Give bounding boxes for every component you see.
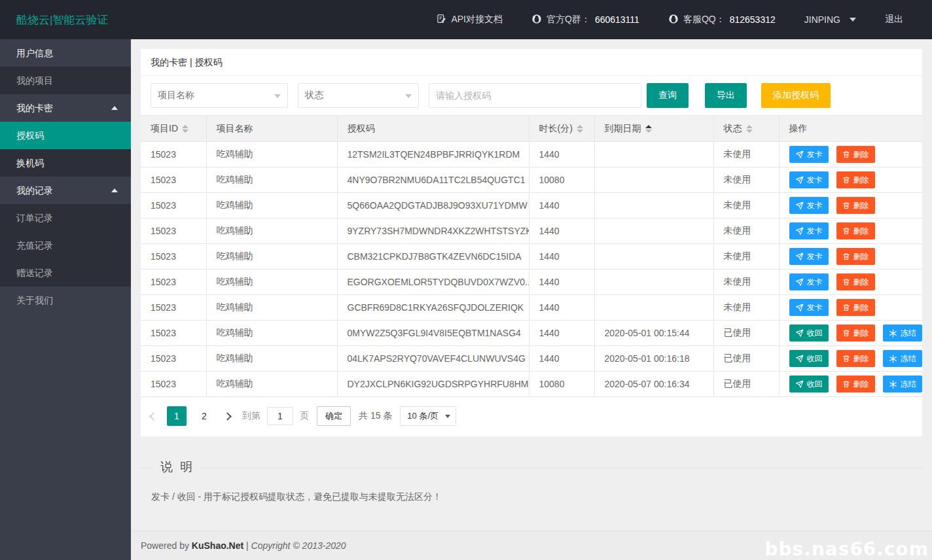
freeze-button[interactable]: 冻结 xyxy=(883,324,922,341)
qq-icon xyxy=(668,14,679,26)
search-button[interactable]: 查询 xyxy=(647,83,689,108)
snowflake-icon xyxy=(889,329,897,338)
delete-button[interactable]: 删除 xyxy=(836,146,875,163)
page-number-1[interactable]: 1 xyxy=(167,406,187,426)
cell-duration: 10080 xyxy=(529,167,594,193)
action-label: 冻结 xyxy=(901,353,916,364)
delete-button[interactable]: 删除 xyxy=(836,222,875,239)
sidebar-item-machine-codes[interactable]: 换机码 xyxy=(0,149,131,177)
export-button[interactable]: 导出 xyxy=(705,83,747,108)
action-label: 收回 xyxy=(807,328,823,339)
cell-project-name: 吃鸡辅助 xyxy=(206,219,337,244)
sidebar: 用户信息我的项目我的卡密授权码换机码我的记录订单记录充值记录赠送记录关于我们 xyxy=(0,39,131,560)
sidebar-item-user-info[interactable]: 用户信息 xyxy=(0,39,131,67)
project-name-select-value: 项目名称 xyxy=(158,90,194,101)
trash-icon xyxy=(842,329,850,337)
sort-icon[interactable] xyxy=(746,125,753,133)
cell-project-name: 吃鸡辅助 xyxy=(206,193,337,219)
cell-auth-code: GCBFR69D8C1RKYA26SFQJDOLZERIQK xyxy=(337,295,529,321)
cell-duration: 1440 xyxy=(529,193,594,219)
send-card-button[interactable]: 发卡 xyxy=(789,146,829,163)
send-card-button[interactable]: 发卡 xyxy=(789,299,829,316)
row-actions: 发卡删除 xyxy=(779,219,922,244)
qq-group-link[interactable]: 官方Q群：660613111 xyxy=(517,0,654,39)
send-card-button[interactable]: 发卡 xyxy=(789,171,829,188)
goto-confirm-button[interactable]: 确定 xyxy=(317,406,351,426)
delete-button[interactable]: 删除 xyxy=(836,197,875,214)
cell-project-id: 15023 xyxy=(141,372,206,397)
freeze-button[interactable]: 冻结 xyxy=(883,376,922,393)
auth-code-input[interactable] xyxy=(429,83,641,108)
notes-title-text: 说 明 xyxy=(154,460,201,474)
action-label: 删除 xyxy=(853,200,869,211)
cell-auth-code: 04LK7APS2RYQ70VAVEF4CLUNWUVS4G xyxy=(337,346,529,372)
delete-button[interactable]: 删除 xyxy=(836,273,875,290)
brand-link[interactable]: KuShao.Net xyxy=(192,540,243,551)
page-unit-label: 页 xyxy=(300,410,309,422)
action-label: 删除 xyxy=(853,277,869,288)
sidebar-item-order-records[interactable]: 订单记录 xyxy=(0,204,131,232)
send-icon xyxy=(795,253,804,261)
action-label: 发卡 xyxy=(807,149,823,160)
action-label: 冻结 xyxy=(901,328,916,339)
delete-button[interactable]: 删除 xyxy=(836,350,875,367)
column-header[interactable]: 状态 xyxy=(713,116,779,142)
cell-auth-code: CBM321CPKDJ7B8GTK4ZEVN6DC15IDA xyxy=(337,244,529,270)
delete-button[interactable]: 删除 xyxy=(836,376,875,393)
cell-duration: 10080 xyxy=(529,372,594,397)
goto-label: 到第 xyxy=(242,410,260,422)
cell-expire-date: 2020-05-01 00:16:18 xyxy=(594,346,713,372)
sidebar-item-about-us[interactable]: 关于我们 xyxy=(0,287,131,314)
trash-icon xyxy=(842,278,850,286)
sidebar-item-my-projects[interactable]: 我的项目 xyxy=(0,67,131,94)
recall-button[interactable]: 收回 xyxy=(789,350,829,367)
sort-icon[interactable] xyxy=(645,125,652,133)
recall-button[interactable]: 收回 xyxy=(789,376,829,393)
delete-button[interactable]: 删除 xyxy=(836,324,875,341)
logout-button[interactable]: 退出 xyxy=(870,0,918,39)
cell-auth-code: 4NY9O7BR2NMU6DA11TC2LB54QUGTC1 xyxy=(337,167,529,193)
send-card-button[interactable]: 发卡 xyxy=(789,197,829,214)
column-header-label: 状态 xyxy=(724,123,742,133)
cell-auth-code: EGORGXOEMLOR5TYDQBUVD0X7WZV0... xyxy=(337,270,529,295)
column-header[interactable]: 项目ID xyxy=(141,116,206,142)
per-page-select[interactable]: 10 条/页 xyxy=(400,406,456,426)
recall-button[interactable]: 收回 xyxy=(789,324,829,341)
column-header[interactable]: 到期日期 xyxy=(594,116,713,142)
sort-icon[interactable] xyxy=(577,125,583,133)
column-header[interactable]: 时长(分) xyxy=(529,116,594,142)
status-select[interactable]: 状态 xyxy=(298,83,419,108)
project-name-select[interactable]: 项目名称 xyxy=(151,83,288,108)
trash-icon xyxy=(842,253,850,260)
send-icon xyxy=(795,227,804,236)
sidebar-item-recharge-records[interactable]: 充值记录 xyxy=(0,232,131,259)
action-label: 删除 xyxy=(853,302,869,313)
freeze-button[interactable]: 冻结 xyxy=(883,350,922,367)
sidebar-item-gift-records[interactable]: 赠送记录 xyxy=(0,259,131,287)
trash-icon xyxy=(842,176,850,184)
sidebar-item-my-cards[interactable]: 我的卡密 xyxy=(0,94,131,122)
row-actions: 发卡删除 xyxy=(779,270,922,295)
column-header-label: 项目ID xyxy=(151,123,178,133)
goto-page-input[interactable] xyxy=(267,407,293,425)
delete-button[interactable]: 删除 xyxy=(836,171,875,188)
sidebar-item-auth-codes[interactable]: 授权码 xyxy=(0,122,131,149)
api-doc-link[interactable]: API对接文档 xyxy=(422,0,517,39)
prev-page-icon[interactable] xyxy=(149,412,158,421)
send-card-button[interactable]: 发卡 xyxy=(789,248,829,265)
next-page-icon[interactable] xyxy=(223,412,232,421)
send-card-button[interactable]: 发卡 xyxy=(789,273,829,290)
send-icon xyxy=(795,355,804,363)
delete-button[interactable]: 删除 xyxy=(836,299,875,316)
action-label: 发卡 xyxy=(807,302,823,313)
sidebar-item-my-records[interactable]: 我的记录 xyxy=(0,177,131,204)
page-number-2[interactable]: 2 xyxy=(194,406,214,426)
column-header-label: 授权码 xyxy=(348,123,375,133)
notes-title: 说 明 xyxy=(141,459,922,476)
delete-button[interactable]: 删除 xyxy=(836,248,875,265)
user-menu[interactable]: JINPING xyxy=(790,0,870,39)
send-card-button[interactable]: 发卡 xyxy=(789,222,829,239)
service-qq-link[interactable]: 客服QQ：812653312 xyxy=(654,0,790,39)
sort-icon[interactable] xyxy=(182,125,188,133)
add-auth-code-button[interactable]: 添加授权码 xyxy=(761,83,831,108)
